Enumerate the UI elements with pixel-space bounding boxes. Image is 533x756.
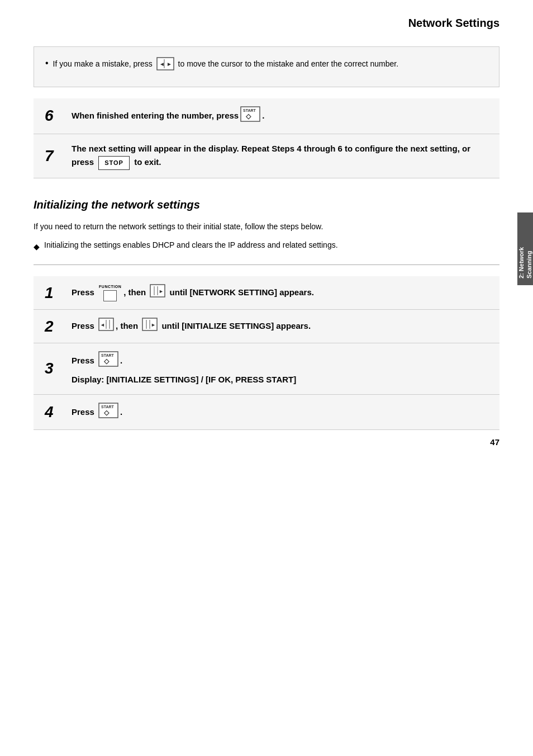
section-description: If you need to return the network settin… [34, 220, 499, 233]
init-step-4-row: 4 Press START ◇ . [34, 395, 499, 431]
start-button-icon-4: START ◇ [98, 403, 118, 422]
init-step-4-number: 4 [45, 404, 65, 420]
start-button-icon-6: START ◇ [240, 106, 260, 126]
page-number: 47 [490, 437, 499, 447]
diamond-bullet: ◆ Initializing the settings enables DHCP… [34, 240, 499, 253]
svg-text:◄: ◄ [159, 61, 165, 67]
nav-right-icon-1: ► [150, 284, 165, 301]
svg-text:►: ► [159, 289, 164, 294]
step-6-content: When finished entering the number, press… [72, 106, 264, 126]
svg-text:START: START [243, 108, 256, 112]
init-step-1-number: 1 [45, 285, 65, 301]
step-7-content: The next setting will appear in the disp… [72, 142, 488, 171]
init-step-2-row: 2 Press ◄ , then ► [34, 310, 499, 343]
init-step-1-row: 1 Press FUNCTION , then ► until [NETWORK… [34, 276, 499, 310]
step-7-number: 7 [45, 148, 65, 164]
function-label: FUNCTION [99, 284, 121, 290]
init-step-2-content: Press ◄ , then ► unti [72, 318, 311, 335]
function-icon: FUNCTION [99, 284, 121, 302]
svg-text:►: ► [151, 322, 156, 328]
init-step-3-number: 3 [45, 361, 65, 376]
svg-text:◄: ◄ [100, 322, 105, 328]
cursor-nav-icon: ◄ ► [156, 57, 174, 72]
svg-text:►: ► [166, 61, 172, 67]
section-title: Initializing the network settings [34, 199, 499, 211]
svg-text:◇: ◇ [245, 112, 251, 120]
page-header: Network Settings [34, 17, 499, 35]
step-7-row: 7 The next setting will appear in the di… [34, 134, 499, 179]
bullet-dot: • [45, 57, 49, 69]
svg-text:START: START [101, 405, 115, 409]
step-6-row: 6 When finished entering the number, pre… [34, 98, 499, 134]
svg-text:◇: ◇ [103, 357, 110, 365]
divider [34, 264, 499, 265]
page-title: Network Settings [408, 17, 499, 29]
top-instruction-box: • If you make a mistake, press ◄ ► to mo… [34, 46, 499, 87]
nav-right-icon-2: ► [142, 318, 158, 335]
svg-text:◇: ◇ [103, 409, 110, 417]
diamond-symbol: ◆ [34, 240, 40, 253]
svg-text:START: START [101, 353, 115, 357]
side-tab: 2: Network Scanning [517, 212, 533, 285]
init-step-3-content: Press START ◇ . Display: [INITIALIZE SET… [72, 351, 296, 386]
step-6-number: 6 [45, 108, 65, 124]
stop-button: STOP [98, 156, 130, 171]
function-box [103, 290, 117, 301]
init-step-1-content: Press FUNCTION , then ► until [NETWORK S… [72, 284, 314, 302]
init-step-4-content: Press START ◇ . [72, 403, 122, 422]
init-step-2-number: 2 [45, 319, 65, 334]
nav-left-icon-2: ◄ [98, 318, 114, 335]
init-step-3-row: 3 Press START ◇ . Display: [INITIALIZE S… [34, 343, 499, 395]
bullet-item-mistake: • If you make a mistake, press ◄ ► to mo… [45, 57, 488, 72]
start-button-icon-3: START ◇ [98, 351, 118, 371]
